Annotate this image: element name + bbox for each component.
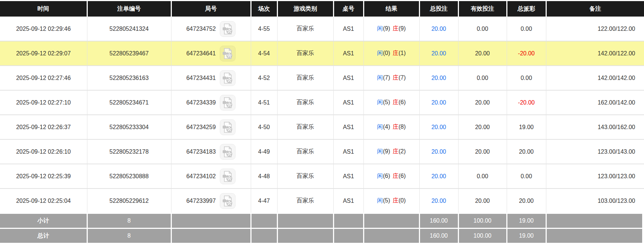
cell-remark: 123.00/123.00	[546, 164, 644, 189]
video-replay-icon[interactable]	[220, 95, 236, 111]
cell-time: 2025-09-12 02:27:46	[0, 66, 87, 90]
video-replay-icon[interactable]	[220, 193, 236, 209]
banker-score: (7)	[399, 74, 406, 81]
cell-bet-id: 522805241324	[87, 17, 171, 41]
banker-label: 庄	[393, 124, 399, 130]
cell-total-bet[interactable]: 20.00	[419, 189, 458, 213]
round-number: 647234339	[186, 99, 216, 106]
banker-score: (6)	[399, 99, 406, 105]
cell-payout: 20.00	[507, 139, 546, 164]
player-label: 闲	[377, 74, 383, 81]
banker-label: 庄	[393, 197, 399, 204]
summary-row: 小计 8 160.00 100.00 19.00	[0, 213, 644, 228]
table-header: 时间注单编号局号场次游戏类别桌号结果总投注有效投注总派彩备注	[0, 1, 644, 17]
cell-round: 647234183	[171, 139, 251, 164]
video-replay-icon[interactable]	[220, 70, 236, 86]
cell-total-bet[interactable]: 20.00	[419, 17, 458, 41]
cell-round: 647234259	[171, 115, 251, 139]
table-row[interactable]: 2025-09-12 02:26:37 522805233304 6472342…	[0, 115, 644, 139]
cell-game-type: 百家乐	[277, 90, 333, 115]
summary-label: 总计	[0, 228, 87, 243]
cell-session: 4-55	[251, 17, 277, 41]
cell-payout: 0.00	[507, 66, 546, 90]
player-label: 闲	[377, 124, 383, 130]
player-label: 闲	[377, 50, 383, 56]
banker-label: 庄	[393, 99, 399, 105]
cell-total-bet[interactable]: 20.00	[419, 139, 458, 164]
cell-valid-bet: 20.00	[458, 189, 507, 213]
cell-session: 4-48	[251, 164, 277, 189]
cell-bet-id: 522805229612	[87, 189, 171, 213]
cell-payout: 0.00	[507, 17, 546, 41]
cell-round: 647234752	[171, 17, 251, 41]
cell-bet-id: 522805230888	[87, 164, 171, 189]
cell-table-number: AS1	[333, 17, 363, 41]
cell-round: 647234102	[171, 164, 251, 189]
cell-result: 闲(9)庄(2)	[363, 139, 419, 164]
table-row[interactable]: 2025-09-12 02:27:46 522805236163 6472344…	[0, 66, 644, 90]
cell-bet-id: 522805234671	[87, 90, 171, 115]
cell-total-bet[interactable]: 20.00	[419, 115, 458, 139]
cell-result: 闲(0)庄(1)	[363, 41, 419, 66]
cell-payout: 0.00	[507, 164, 546, 189]
round-number: 647234259	[186, 124, 216, 131]
table-row[interactable]: 2025-09-12 02:26:10 522805232178 6472341…	[0, 139, 644, 164]
table-row[interactable]: 2025-09-12 02:27:10 522805234671 6472343…	[0, 90, 644, 115]
cell-valid-bet: 0.00	[458, 164, 507, 189]
cell-round: 647234339	[171, 90, 251, 115]
cell-remark: 142.00/122.00	[546, 41, 644, 66]
banker-label: 庄	[393, 148, 399, 154]
column-header-round: 局号	[171, 1, 251, 17]
cell-result: 闲(5)庄(6)	[363, 90, 419, 115]
player-label: 闲	[377, 148, 383, 154]
cell-bet-id: 522805236163	[87, 66, 171, 90]
cell-table-number: AS1	[333, 66, 363, 90]
summary-payout: 19.00	[507, 213, 546, 228]
cell-total-bet[interactable]: 20.00	[419, 66, 458, 90]
round-number: 647234183	[186, 149, 216, 155]
player-score: (5)	[383, 99, 390, 105]
cell-remark: 123.00/143.00	[546, 139, 644, 164]
cell-bet-id: 522805232178	[87, 139, 171, 164]
video-replay-icon[interactable]	[220, 119, 236, 135]
cell-time: 2025-09-12 02:29:07	[0, 41, 87, 66]
cell-result: 闲(6)庄(6)	[363, 164, 419, 189]
cell-round: 647234431	[171, 66, 251, 90]
cell-valid-bet: 20.00	[458, 139, 507, 164]
banker-label: 庄	[393, 173, 399, 179]
summary-label: 小计	[0, 213, 87, 228]
banker-score: (2)	[399, 148, 406, 154]
cell-session: 4-51	[251, 90, 277, 115]
player-score: (4)	[383, 124, 390, 130]
cell-table-number: AS1	[333, 115, 363, 139]
cell-valid-bet: 20.00	[458, 115, 507, 139]
cell-session: 4-47	[251, 189, 277, 213]
player-score: (6)	[383, 173, 390, 179]
player-label: 闲	[377, 173, 383, 179]
cell-remark: 162.00/142.00	[546, 90, 644, 115]
table-row[interactable]: 2025-09-12 02:25:39 522805230888 6472341…	[0, 164, 644, 189]
cell-time: 2025-09-12 02:26:10	[0, 139, 87, 164]
cell-table-number: AS1	[333, 189, 363, 213]
summary-valid-bet: 100.00	[458, 228, 507, 243]
cell-game-type: 百家乐	[277, 115, 333, 139]
cell-total-bet[interactable]: 20.00	[419, 164, 458, 189]
table-row[interactable]: 2025-09-12 02:29:46 522805241324 6472347…	[0, 17, 644, 41]
video-replay-icon[interactable]	[220, 21, 236, 37]
column-header-game_type: 游戏类别	[277, 1, 333, 17]
banker-label: 庄	[393, 74, 399, 81]
cell-total-bet[interactable]: 20.00	[419, 90, 458, 115]
banker-label: 庄	[393, 50, 399, 56]
video-replay-icon[interactable]	[220, 45, 236, 62]
table-row[interactable]: 2025-09-12 02:29:07 522805239467 6472346…	[0, 41, 644, 66]
video-replay-icon[interactable]	[220, 144, 236, 160]
cell-time: 2025-09-12 02:25:04	[0, 189, 87, 213]
cell-game-type: 百家乐	[277, 139, 333, 164]
video-replay-icon[interactable]	[220, 168, 236, 184]
cell-round: 647233997	[171, 189, 251, 213]
round-number: 647234102	[186, 173, 216, 180]
cell-total-bet[interactable]: 20.00	[419, 41, 458, 66]
table-row[interactable]: 2025-09-12 02:25:04 522805229612 6472339…	[0, 189, 644, 213]
cell-remark: 103.00/123.00	[546, 189, 644, 213]
summary-count: 8	[87, 228, 171, 243]
